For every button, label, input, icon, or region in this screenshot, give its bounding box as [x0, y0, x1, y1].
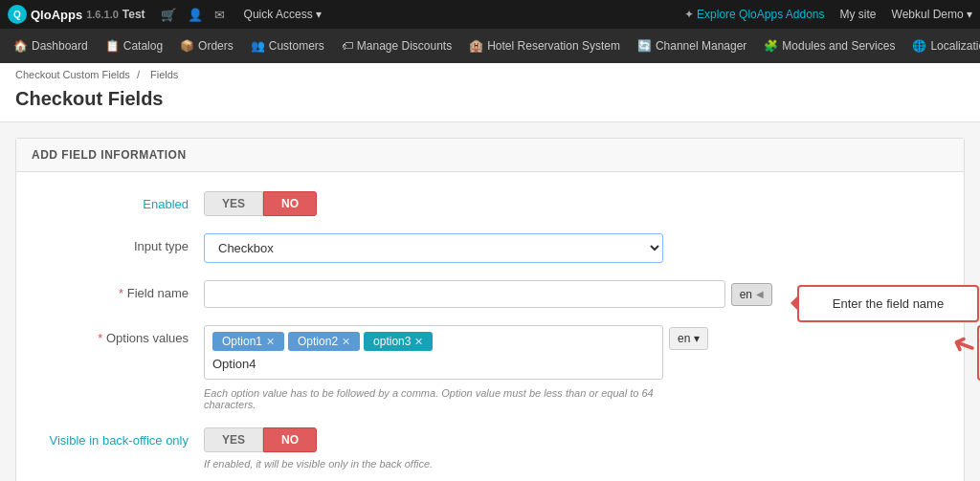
- test-label: Test: [122, 8, 145, 21]
- enabled-yes-button[interactable]: YES: [204, 191, 263, 216]
- nav-modules-services[interactable]: 🧩 Modules and Services: [756, 35, 902, 56]
- enabled-no-button[interactable]: NO: [263, 191, 317, 216]
- page-title: Checkout Fields: [15, 84, 965, 118]
- field-name-lang-button[interactable]: en ◀: [731, 283, 772, 306]
- hotel-icon: 🏨: [469, 39, 483, 53]
- webkul-demo-menu[interactable]: Webkul Demo ▾: [892, 8, 972, 21]
- field-name-label: Field name: [32, 280, 204, 300]
- options-values-label: Options values: [32, 325, 204, 345]
- main-content: ADD FIELD INFORMATION Enabled YES NO Inp…: [0, 122, 980, 481]
- breadcrumb: Checkout Custom Fields / Fields: [15, 69, 965, 80]
- nav-dashboard[interactable]: 🏠 Dashboard: [6, 35, 96, 56]
- options-tags: Option1 ✕ Option2 ✕ option3: [212, 332, 655, 351]
- cart-icon[interactable]: 🛒: [161, 8, 176, 22]
- input-type-select[interactable]: Checkbox Text Select Radio Textarea: [204, 233, 663, 263]
- visible-yes-button[interactable]: YES: [204, 427, 263, 452]
- option-tag-2-remove[interactable]: ✕: [342, 336, 350, 348]
- options-input-area: Option1 ✕ Option2 ✕ option3: [204, 325, 663, 410]
- options-lang-arrow: ▾: [694, 332, 700, 345]
- catalog-icon: 📋: [105, 39, 120, 53]
- options-lang-button[interactable]: en ▾: [669, 327, 708, 350]
- input-type-row: Input type Checkbox Text Select Radio Te…: [32, 233, 948, 263]
- nav-catalog[interactable]: 📋 Catalog: [98, 35, 170, 56]
- dashboard-icon: 🏠: [13, 39, 28, 53]
- input-type-label: Input type: [32, 233, 204, 253]
- quick-access-menu[interactable]: Quick Access ▾: [244, 8, 322, 21]
- visible-wrap: YES NO If enabled, it will be visible on…: [204, 427, 948, 470]
- explore-addons-link[interactable]: ✦ Explore QloApps Addons: [684, 8, 825, 21]
- app-version: 1.6.1.0: [86, 9, 119, 20]
- field-name-input[interactable]: [204, 280, 725, 308]
- nav-hotel-reservation[interactable]: 🏨 Hotel Reservation System: [461, 35, 628, 56]
- enabled-label: Enabled: [32, 191, 204, 211]
- secondary-navigation: 🏠 Dashboard 📋 Catalog 📦 Orders 👥 Custome…: [0, 29, 980, 63]
- visible-no-button[interactable]: NO: [263, 427, 317, 452]
- app-logo[interactable]: Q QloApps 1.6.1.0 Test: [8, 5, 145, 24]
- nav-channel-manager[interactable]: 🔄 Channel Manager: [630, 35, 754, 56]
- nav-manage-discounts[interactable]: 🏷 Manage Discounts: [334, 35, 459, 56]
- option4-row: [212, 355, 655, 373]
- breadcrumb-fields: Fields: [150, 69, 178, 80]
- breadcrumb-checkout-custom-fields[interactable]: Checkout Custom Fields: [15, 69, 130, 80]
- localization-icon: 🌐: [912, 39, 926, 53]
- options-hint: Each option value has to be followed by …: [204, 387, 663, 410]
- form-section: ADD FIELD INFORMATION Enabled YES NO Inp…: [15, 138, 965, 481]
- visible-label: Visible in back-office only: [32, 427, 204, 448]
- field-name-wrap: en ◀ Enter the field name: [204, 280, 948, 308]
- options-lang-label: en: [678, 332, 690, 345]
- customers-icon: 👥: [251, 39, 265, 53]
- channel-icon: 🔄: [637, 39, 652, 53]
- mail-icon[interactable]: ✉: [214, 8, 225, 22]
- enabled-toggle-group: YES NO: [204, 191, 948, 216]
- input-type-wrap: Checkbox Text Select Radio Textarea: [204, 233, 948, 263]
- nav-customers[interactable]: 👥 Customers: [243, 35, 332, 56]
- breadcrumb-separator: /: [137, 69, 143, 80]
- top-navigation: Q QloApps 1.6.1.0 Test 🛒 👤 ✉ Quick Acces…: [0, 0, 980, 29]
- options-row-wrap: Option1 ✕ Option2 ✕ option3: [204, 325, 948, 410]
- callout-arrow-icon: ➜: [947, 324, 980, 363]
- option-tag-3[interactable]: option3 ✕: [364, 332, 433, 351]
- logo-icon: Q: [8, 5, 27, 24]
- field-name-lang-label: en: [740, 288, 752, 301]
- breadcrumb-section: Checkout Custom Fields / Fields Checkout…: [0, 63, 980, 122]
- visible-hint: If enabled, it will be visible only in t…: [204, 458, 948, 470]
- visible-row: Visible in back-office only YES NO If en…: [32, 427, 948, 470]
- options-values-row: Options values Option1 ✕: [32, 325, 948, 410]
- field-name-input-row: en ◀ Enter the field name: [204, 280, 778, 308]
- section-body: Enabled YES NO Input type Checkbox Text …: [16, 172, 964, 481]
- nav-localization[interactable]: 🌐 Localization: [904, 35, 980, 56]
- option-tag-1[interactable]: Option1 ✕: [212, 332, 284, 351]
- top-nav-icons: 🛒 👤 ✉: [161, 8, 225, 22]
- option-tag-1-remove[interactable]: ✕: [266, 336, 275, 348]
- orders-icon: 📦: [180, 39, 194, 53]
- section-header: ADD FIELD INFORMATION: [16, 139, 964, 172]
- enabled-row: Enabled YES NO: [32, 191, 948, 216]
- nav-orders[interactable]: 📦 Orders: [172, 35, 241, 56]
- mysite-link[interactable]: My site: [840, 8, 877, 21]
- options-tags-wrap[interactable]: Option1 ✕ Option2 ✕ option3: [204, 325, 663, 380]
- field-name-row: Field name en ◀ Enter the field name: [32, 280, 948, 308]
- field-name-lang-arrow: ◀: [756, 289, 764, 299]
- option4-input[interactable]: [212, 357, 289, 371]
- modules-icon: 🧩: [764, 39, 778, 53]
- discounts-icon: 🏷: [342, 39, 353, 53]
- options-values-wrap: Option1 ✕ Option2 ✕ option3: [204, 325, 948, 410]
- app-name: QloApps: [31, 8, 82, 22]
- top-nav-right: ✦ Explore QloApps Addons My site Webkul …: [684, 8, 972, 21]
- option-tag-2[interactable]: Option2 ✕: [288, 332, 360, 351]
- visible-toggle-group: YES NO: [204, 427, 948, 452]
- field-name-callout: Enter the field name: [797, 285, 979, 322]
- user-icon[interactable]: 👤: [188, 8, 203, 22]
- option-tag-3-remove[interactable]: ✕: [414, 336, 423, 348]
- enabled-toggle-wrap: YES NO: [204, 191, 948, 216]
